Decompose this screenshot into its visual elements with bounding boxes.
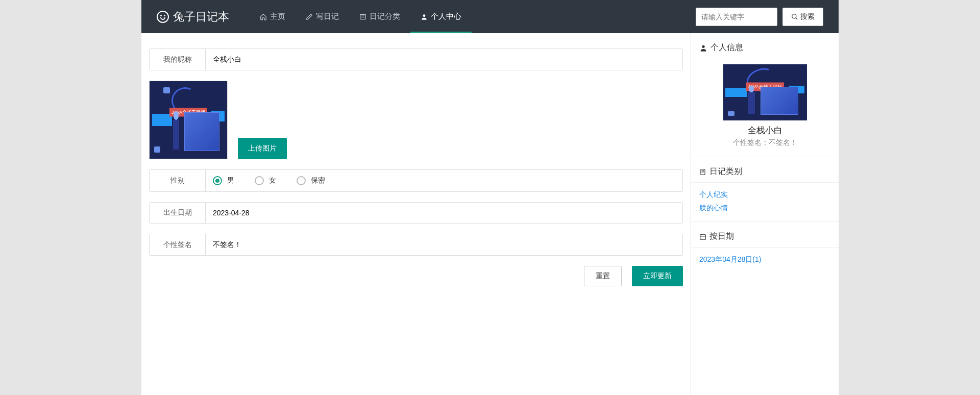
- nav-write[interactable]: 写日记: [296, 0, 349, 33]
- sidebar-date-link[interactable]: 2023年04月28日(1): [699, 253, 830, 266]
- pencil-icon: [306, 13, 313, 20]
- person-icon: [421, 13, 428, 20]
- home-icon: [260, 13, 267, 20]
- brand-text: 兔子日记本: [173, 9, 229, 24]
- radio-icon: [213, 176, 222, 185]
- gender-female-radio[interactable]: 女: [255, 176, 276, 185]
- gender-radio-group: 男 女 保密: [206, 170, 332, 191]
- calendar-icon: [699, 233, 706, 240]
- nav-profile[interactable]: 个人中心: [410, 0, 472, 33]
- svg-point-3: [423, 14, 426, 17]
- sidebar-avatar: JAVA全栈工程师: [723, 64, 807, 120]
- smiley-icon: [157, 11, 169, 23]
- sidebar-category-links: 个人纪实 朕的心情: [691, 183, 839, 222]
- nickname-label: 我的昵称: [150, 49, 206, 70]
- nickname-row: 我的昵称: [149, 48, 683, 70]
- nickname-input[interactable]: [213, 56, 675, 64]
- birth-input[interactable]: [213, 209, 675, 217]
- nav-profile-label: 个人中心: [431, 12, 461, 21]
- svg-line-5: [796, 17, 798, 19]
- svg-point-6: [702, 45, 704, 47]
- svg-rect-10: [700, 234, 706, 239]
- sidebar-date-links: 2023年04月28日(1): [691, 248, 839, 273]
- radio-icon: [255, 176, 264, 185]
- signature-label: 个性签名: [150, 234, 206, 255]
- nav-categories[interactable]: 日记分类: [349, 0, 410, 33]
- reset-button[interactable]: 重置: [584, 266, 622, 286]
- nav-write-label: 写日记: [316, 12, 339, 21]
- gender-secret-label: 保密: [311, 176, 325, 185]
- sidebar-info-title: 个人信息: [699, 42, 830, 53]
- gender-secret-radio[interactable]: 保密: [297, 176, 325, 185]
- nav-home[interactable]: 主页: [250, 0, 296, 33]
- gender-male-label: 男: [227, 176, 234, 185]
- avatar-row: JAVA全栈工程师 上传图片: [149, 81, 683, 159]
- sidebar-date-title-text: 按日期: [709, 231, 734, 242]
- sidebar-date-title: 按日期: [699, 231, 830, 242]
- upload-button[interactable]: 上传图片: [238, 138, 287, 159]
- radio-icon: [297, 176, 306, 185]
- sidebar-category-title: 日记类别: [699, 166, 830, 177]
- gender-label: 性别: [150, 170, 206, 191]
- navbar: 兔子日记本 主页 写日记 日记分类 个人中心 搜索: [141, 0, 839, 33]
- form-actions: 重置 立即更新: [149, 266, 683, 286]
- search-input[interactable]: [696, 8, 777, 26]
- birth-label: 出生日期: [150, 203, 206, 223]
- submit-button[interactable]: 立即更新: [632, 266, 683, 286]
- gender-row: 性别 男 女 保密: [149, 169, 683, 192]
- brand[interactable]: 兔子日记本: [157, 9, 229, 24]
- signature-row: 个性签名: [149, 234, 683, 256]
- sidebar-category-title-text: 日记类别: [709, 166, 742, 177]
- sidebar-info-title-text: 个人信息: [710, 42, 743, 53]
- gender-male-radio[interactable]: 男: [213, 176, 234, 185]
- avatar-preview: JAVA全栈工程师: [149, 81, 228, 159]
- sidebar-category-link[interactable]: 朕的心情: [699, 201, 830, 214]
- nav-items: 主页 写日记 日记分类 个人中心: [250, 0, 472, 33]
- sidebar-category-link[interactable]: 个人纪实: [699, 188, 830, 201]
- search-icon: [791, 13, 798, 20]
- sidebar-profile: JAVA全栈工程师 全栈小白 个性签名：不签名！: [691, 55, 839, 157]
- nav-search: 搜索: [696, 8, 823, 26]
- main-form: 我的昵称 JAVA全栈工程师 上传图片 性别: [141, 33, 691, 395]
- nav-categories-label: 日记分类: [370, 12, 400, 21]
- search-button-label: 搜索: [800, 12, 815, 21]
- signature-input[interactable]: [213, 241, 675, 249]
- svg-point-4: [792, 14, 796, 18]
- person-icon: [699, 44, 707, 52]
- sidebar-signature: 个性签名：不签名！: [699, 138, 830, 147]
- birth-row: 出生日期: [149, 202, 683, 224]
- gender-female-label: 女: [269, 176, 276, 185]
- document-icon: [699, 168, 706, 176]
- search-button[interactable]: 搜索: [782, 8, 823, 26]
- nav-home-label: 主页: [270, 12, 285, 21]
- list-icon: [359, 13, 366, 20]
- sidebar-name: 全栈小白: [699, 125, 830, 136]
- sidebar: 个人信息 JAVA全栈工程师 全栈小白 个性签名：不签名！: [691, 33, 839, 395]
